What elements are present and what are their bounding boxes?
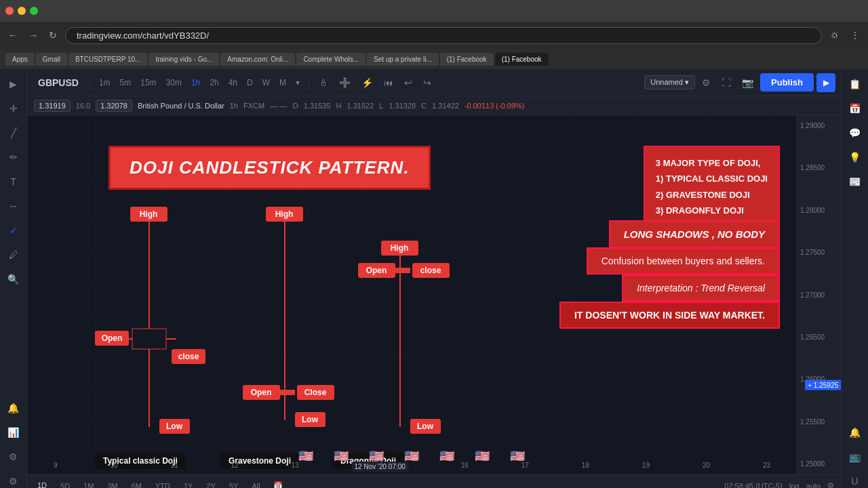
draw-tool[interactable]: ✏ [4,148,23,167]
tab-apps[interactable]: Apps [5,53,35,66]
line-tool[interactable]: ╱ [4,123,23,142]
auto-label[interactable]: auto [806,482,821,489]
btf-ytd[interactable]: YTD [152,481,174,489]
tradingview-container: ▶ ✛ ╱ ✏ T ↔ ✓ 🖊 🔍 🔔 📊 ⚙ ⚙ GBPUSD 1m 5m 1… [0,69,868,488]
redo-icon[interactable]: ↪ [419,75,435,91]
svg-rect-11 [132,329,166,349]
svg-text:Low: Low [166,422,183,431]
screenshot-icon[interactable]: 📷 [738,75,757,91]
time-10: 10 [110,462,117,472]
tab-gmail[interactable]: Gmail [36,53,67,66]
right-udemy[interactable]: U [846,472,865,488]
symbol-full: British Pound / U.S. Dollar [138,102,224,110]
btf-1y[interactable]: 1Y [180,481,196,489]
btf-1d[interactable]: 1D [34,480,50,489]
tf-more[interactable]: ▾ [292,76,303,89]
current-price-badge: + 1.25925 [805,380,841,390]
back-button[interactable]: ← [5,27,20,43]
forward-button[interactable]: → [26,27,41,43]
news-icon-1: 🇺🇸 [298,449,313,464]
replay-icon[interactable]: ⏮ [380,75,397,91]
right-news[interactable]: 📰 [846,172,865,191]
btf-6m[interactable]: 6M [128,481,145,489]
menu-button[interactable]: ⋮ [848,27,863,43]
news-icons: 🇺🇸 🇺🇸 🇺🇸 🇺🇸 🇺🇸 🇺🇸 🇺🇸 [298,449,525,464]
settings-bottom-icon[interactable]: ⚙ [827,481,834,488]
right-chat[interactable]: 💬 [846,123,865,142]
fullscreen-icon[interactable]: ⛶ [717,75,735,91]
tf-d[interactable]: D [243,76,256,89]
settings-icon[interactable]: ⚙ [698,75,715,91]
tf-w[interactable]: W [259,76,273,89]
news-icon-6: 🇺🇸 [475,449,490,464]
tab-btc[interactable]: BTCUSDTPERP 10... [68,53,148,66]
tab-training[interactable]: training vids - Go... [149,53,219,66]
brush-tool[interactable]: 🖊 [4,245,23,264]
tab-setup[interactable]: Set up a private li... [367,53,439,66]
btf-1m[interactable]: 1M [80,481,97,489]
tf-15m[interactable]: 15m [137,76,159,89]
extensions-button[interactable]: ⛭ [827,27,842,43]
price-level-8: 1.25500 [800,418,838,426]
open-label: O [292,102,298,110]
btf-2y[interactable]: 2Y [203,481,218,489]
alert-tool[interactable]: 🔔 [4,399,23,418]
type3-text: 3) DRAGONFLY DOJI [656,203,768,218]
calendar-icon[interactable]: 📅 [273,481,283,488]
btf-3m[interactable]: 3M [104,481,121,489]
magnet-tool[interactable]: ⚙ [4,447,23,466]
checkmark-tool[interactable]: ✓ [4,221,23,240]
tf-5m[interactable]: 5m [117,76,135,89]
alert-icon[interactable]: ⚡ [357,75,377,91]
tab-complete[interactable]: Complete Whols... [296,53,366,66]
price-level-5: 1.27000 [800,291,838,299]
zoom-tool[interactable]: 🔍 [4,270,23,289]
tf-30m[interactable]: 30m [163,76,185,89]
publish-button[interactable]: Publish [760,73,814,92]
right-tv[interactable]: 📺 [846,447,865,466]
btf-5d[interactable]: 5D [57,481,73,489]
log-label[interactable]: log [789,482,800,489]
clock-display: 07:58:45 (UTC-5) [724,482,783,489]
settings-panel-tool[interactable]: ⚙ [4,472,23,488]
price-level-9: 1.25000 [800,460,838,468]
address-bar[interactable]: tradingview.com/chart/vdYB332D/ [65,27,822,44]
minimize-btn[interactable] [18,7,26,15]
tf-1h[interactable]: 1h [188,76,203,89]
play-button[interactable]: ▶ [816,73,835,92]
maximize-btn[interactable] [30,7,38,15]
time-12: 12 [231,462,238,472]
crosshair-tool[interactable]: ✛ [4,99,23,118]
cursor-tool[interactable]: ▶ [4,75,23,94]
btf-5y[interactable]: 5Y [226,481,241,489]
browser-titlebar [0,0,868,22]
tf-1m[interactable]: 1m [96,76,114,89]
tab-fb1[interactable]: (1) Facebook [440,53,494,66]
add-indicator-icon[interactable]: ➕ [335,75,355,91]
reload-button[interactable]: ↻ [46,27,60,43]
right-watchlist[interactable]: 📋 [846,75,865,94]
tab-amazon[interactable]: Amazon.com: Onli... [220,53,295,66]
symbol-name[interactable]: GBPUSD [33,77,84,88]
news-icon-5: 🇺🇸 [439,449,454,464]
right-calendar[interactable]: 📅 [846,99,865,118]
tab-fb2[interactable]: (1) Facebook [495,53,549,66]
tf-4h[interactable]: 4h [225,76,241,89]
measure-tool[interactable]: ↔ [4,197,23,216]
separator [90,76,90,89]
layout-name[interactable]: Unnamed ▾ [644,75,695,89]
tf-m[interactable]: M [276,76,290,89]
candle-pattern-tool[interactable]: 📊 [4,423,23,442]
major-types-text: 3 MAJOR TYPE OF DOJI, [656,155,768,171]
close-btn[interactable] [5,7,14,15]
svg-text:High: High [140,209,158,219]
text-tool[interactable]: T [4,172,23,191]
btf-all[interactable]: All [248,481,263,489]
bar-type-icon[interactable]: 🕯 [315,75,332,91]
news-icon-7: 🇺🇸 [510,449,525,464]
right-alert[interactable]: 🔔 [846,423,865,442]
tf-2h[interactable]: 2h [206,76,222,89]
svg-text:close: close [420,266,441,275]
undo-icon[interactable]: ↩ [400,75,416,91]
right-ideas[interactable]: 💡 [846,148,865,167]
